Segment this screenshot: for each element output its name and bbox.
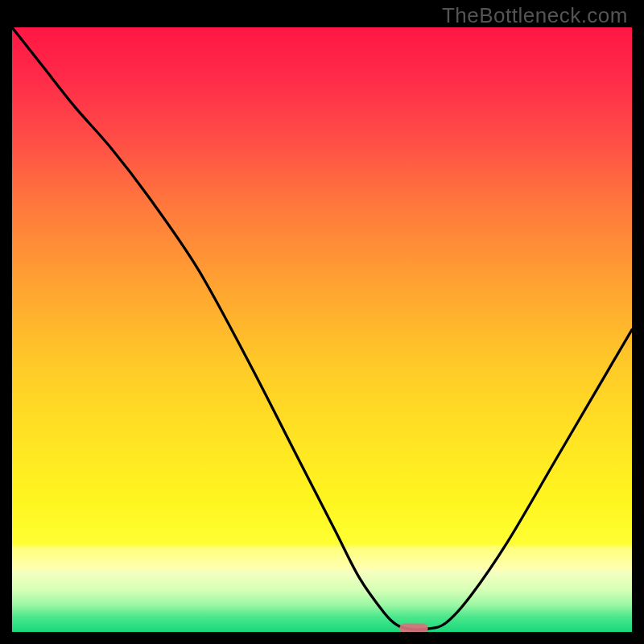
optimum-marker xyxy=(399,623,427,632)
chart-frame: TheBottleneck.com xyxy=(0,0,644,644)
chart-svg xyxy=(12,27,632,632)
plot-area xyxy=(12,27,632,632)
watermark-label: TheBottleneck.com xyxy=(442,3,628,28)
gradient-background xyxy=(12,27,632,632)
